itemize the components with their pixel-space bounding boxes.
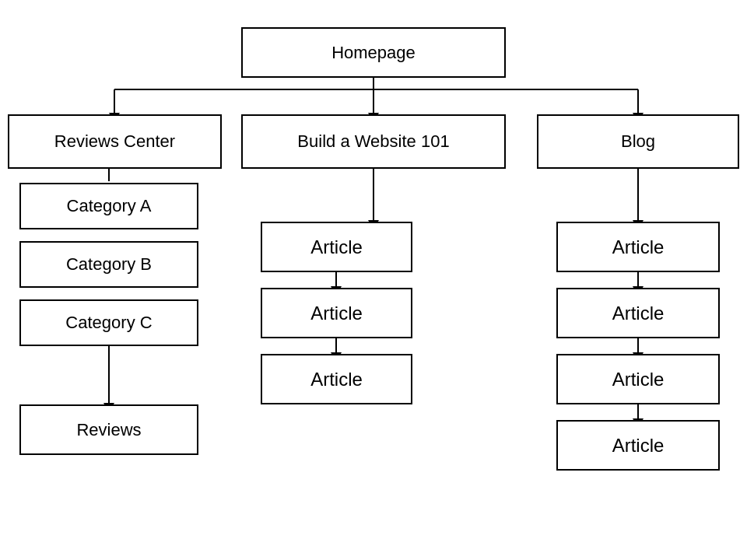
category-b-node: Category B — [19, 241, 198, 288]
article-b3-label: Article — [310, 369, 363, 390]
diagram: Homepage Reviews Center Build a Website … — [0, 0, 747, 560]
article-bl2-label: Article — [612, 303, 665, 324]
category-a-label: Category A — [67, 196, 152, 216]
blog-label: Blog — [621, 131, 655, 152]
reviews-center-label: Reviews Center — [54, 131, 175, 152]
article-bl4-label: Article — [612, 435, 665, 457]
article-b2-node: Article — [261, 288, 412, 338]
article-bl2-node: Article — [556, 288, 720, 338]
category-c-label: Category C — [65, 313, 152, 333]
blog-node: Blog — [537, 114, 739, 169]
article-bl3-node: Article — [556, 354, 720, 404]
article-bl3-label: Article — [612, 369, 665, 390]
homepage-label: Homepage — [331, 43, 416, 63]
article-b1-label: Article — [310, 236, 363, 258]
homepage-node: Homepage — [241, 27, 506, 78]
category-a-node: Category A — [19, 183, 198, 229]
article-bl4-node: Article — [556, 420, 720, 471]
article-bl1-node: Article — [556, 222, 720, 272]
article-b2-label: Article — [310, 303, 363, 324]
reviews-center-node: Reviews Center — [8, 114, 222, 169]
build-website-label: Build a Website 101 — [297, 131, 449, 152]
article-b3-node: Article — [261, 354, 412, 404]
reviews-label: Reviews — [76, 420, 141, 440]
reviews-node: Reviews — [19, 404, 198, 455]
article-b1-node: Article — [261, 222, 412, 272]
build-website-node: Build a Website 101 — [241, 114, 506, 169]
article-bl1-label: Article — [612, 236, 665, 258]
category-c-node: Category C — [19, 299, 198, 346]
category-b-label: Category B — [66, 254, 152, 275]
